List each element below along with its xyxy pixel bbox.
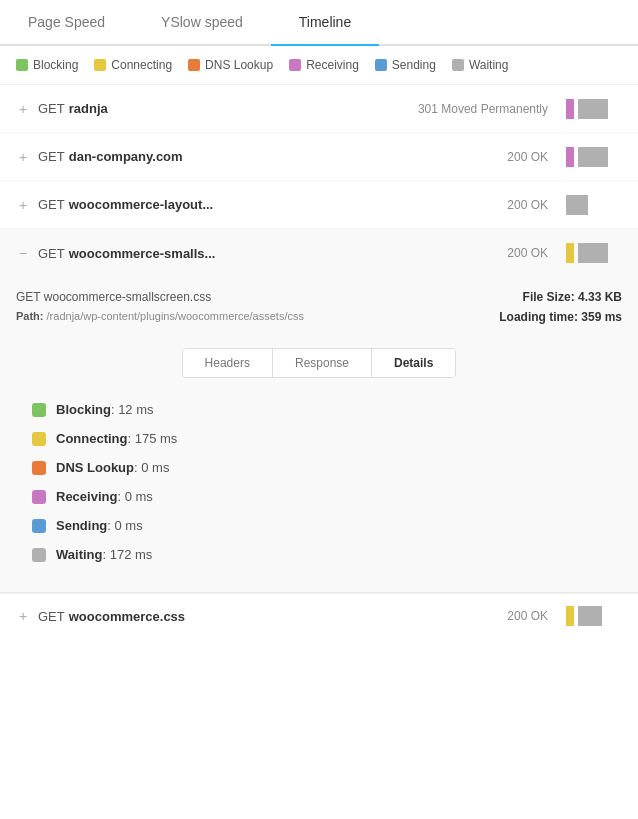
path-value: Path: /radnja/wp-content/plugins/woocomm…: [16, 310, 304, 322]
filename-label: GET woocommerce-smallscreen.css: [16, 290, 211, 304]
metric-blocking: Blocking: 12 ms: [32, 402, 614, 417]
bar-waiting-2: [578, 147, 608, 167]
timeline-bar-4: [564, 241, 624, 265]
metric-blocking-text: Blocking: 12 ms: [56, 402, 154, 417]
timeline-bar-3: [564, 193, 624, 217]
metric-dot-waiting: [32, 548, 46, 562]
status-bottom: 200 OK: [507, 609, 548, 623]
metric-sending: Sending: 0 ms: [32, 518, 614, 533]
metric-dns-text: DNS Lookup: 0 ms: [56, 460, 169, 475]
expand-toggle-bottom[interactable]: +: [14, 607, 32, 625]
metric-receiving-text: Receiving: 0 ms: [56, 489, 153, 504]
status-3: 200 OK: [507, 198, 548, 212]
bar-waiting-3: [566, 195, 588, 215]
legend-dns-lookup: DNS Lookup: [188, 58, 273, 72]
legend-bar: Blocking Connecting DNS Lookup Receiving…: [0, 46, 638, 85]
method-label-3: GET: [38, 197, 65, 212]
method-label-2: GET: [38, 149, 65, 164]
tab-page-speed[interactable]: Page Speed: [0, 0, 133, 44]
metric-dot-connecting: [32, 432, 46, 446]
receiving-color-dot: [289, 59, 301, 71]
metric-dot-sending: [32, 519, 46, 533]
metric-dns-lookup: DNS Lookup: 0 ms: [32, 460, 614, 475]
file-meta-section: File Size: 4.33 KB: [523, 289, 622, 304]
blocking-color-dot: [16, 59, 28, 71]
timeline-bar-bottom: [564, 604, 624, 628]
loadtime-label: Loading time: 359 ms: [499, 310, 622, 334]
sending-color-dot: [375, 59, 387, 71]
metric-list: Blocking: 12 ms Connecting: 175 ms DNS L…: [16, 394, 622, 592]
status-2: 200 OK: [507, 150, 548, 164]
sub-tab-details[interactable]: Details: [372, 349, 455, 377]
bar-waiting-1: [578, 99, 608, 119]
waiting-color-dot: [452, 59, 464, 71]
metric-waiting: Waiting: 172 ms: [32, 547, 614, 562]
request-row-4: − GET woocommerce-smalls... 200 OK: [0, 229, 638, 277]
request-row-2: + GET dan-company.com 200 OK: [0, 133, 638, 181]
bar-waiting-bottom: [578, 606, 602, 626]
request-row-bottom: + GET woocommerce.css 200 OK: [0, 593, 638, 638]
bar-receiving-1: [566, 99, 574, 119]
metric-waiting-text: Waiting: 172 ms: [56, 547, 152, 562]
legend-receiving: Receiving: [289, 58, 359, 72]
metric-connecting: Connecting: 175 ms: [32, 431, 614, 446]
url-text-4: woocommerce-smalls...: [69, 246, 216, 261]
method-label-bottom: GET: [38, 609, 65, 624]
expanded-detail-panel: GET woocommerce-smallscreen.css File Siz…: [0, 277, 638, 593]
metric-dot-dns: [32, 461, 46, 475]
filesize-label: File Size: 4.33 KB: [523, 290, 622, 304]
legend-connecting: Connecting: [94, 58, 172, 72]
file-info-row: GET woocommerce-smallscreen.css File Siz…: [16, 289, 622, 304]
url-text-bottom: woocommerce.css: [69, 609, 185, 624]
sub-tab-headers[interactable]: Headers: [183, 349, 273, 377]
legend-blocking: Blocking: [16, 58, 78, 72]
metric-dot-receiving: [32, 490, 46, 504]
url-text-2: dan-company.com: [69, 149, 183, 164]
tab-bar: Page Speed YSlow speed Timeline: [0, 0, 638, 46]
expand-toggle-3[interactable]: +: [14, 196, 32, 214]
url-text-3: woocommerce-layout...: [69, 197, 213, 212]
sub-tab-response[interactable]: Response: [273, 349, 372, 377]
request-row-1: + GET radnja 301 Moved Permanently: [0, 85, 638, 133]
expand-toggle-4[interactable]: −: [14, 244, 32, 262]
bar-connecting-4: [566, 243, 574, 263]
connecting-color-dot: [94, 59, 106, 71]
method-label-1: GET: [38, 101, 65, 116]
bar-waiting-4: [578, 243, 608, 263]
bar-connecting-bottom: [566, 606, 574, 626]
metric-connecting-text: Connecting: 175 ms: [56, 431, 177, 446]
dns-lookup-color-dot: [188, 59, 200, 71]
status-1: 301 Moved Permanently: [418, 102, 548, 116]
request-row-3: + GET woocommerce-layout... 200 OK: [0, 181, 638, 229]
metric-receiving: Receiving: 0 ms: [32, 489, 614, 504]
method-label-4: GET: [38, 246, 65, 261]
bar-receiving-2: [566, 147, 574, 167]
metric-sending-text: Sending: 0 ms: [56, 518, 143, 533]
expand-toggle-2[interactable]: +: [14, 148, 32, 166]
timeline-bar-1: [564, 97, 624, 121]
sub-tab-bar: Headers Response Details: [182, 348, 457, 378]
url-text-1: radnja: [69, 101, 108, 116]
legend-waiting: Waiting: [452, 58, 509, 72]
legend-sending: Sending: [375, 58, 436, 72]
metric-dot-blocking: [32, 403, 46, 417]
tab-yslow-speed[interactable]: YSlow speed: [133, 0, 271, 44]
timeline-bar-2: [564, 145, 624, 169]
status-4: 200 OK: [507, 246, 548, 260]
file-path-row: Path: /radnja/wp-content/plugins/woocomm…: [16, 310, 622, 334]
expand-toggle-1[interactable]: +: [14, 100, 32, 118]
file-name-section: GET woocommerce-smallscreen.css: [16, 289, 211, 304]
tab-timeline[interactable]: Timeline: [271, 0, 379, 44]
